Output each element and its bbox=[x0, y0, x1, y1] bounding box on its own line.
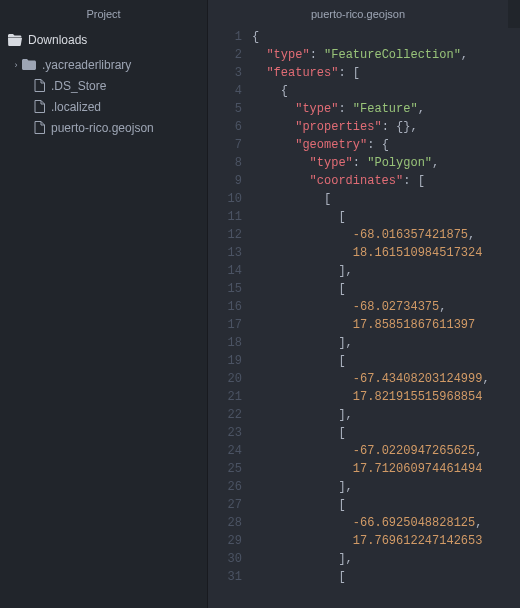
line-number: 2 bbox=[208, 46, 242, 64]
line-number: 1 bbox=[208, 28, 242, 46]
tab-bar: puerto-rico.geojson bbox=[208, 0, 520, 28]
editor-tab[interactable]: puerto-rico.geojson bbox=[208, 0, 508, 28]
line-number: 4 bbox=[208, 82, 242, 100]
code-content[interactable]: { "type": "FeatureCollection", "features… bbox=[252, 28, 520, 608]
line-number: 29 bbox=[208, 532, 242, 550]
project-root[interactable]: Downloads bbox=[0, 28, 207, 52]
code-line[interactable]: ], bbox=[252, 406, 520, 424]
code-line[interactable]: { bbox=[252, 28, 520, 46]
line-number: 5 bbox=[208, 100, 242, 118]
line-number: 6 bbox=[208, 118, 242, 136]
line-number: 7 bbox=[208, 136, 242, 154]
code-line[interactable]: ], bbox=[252, 334, 520, 352]
folder-open-icon bbox=[8, 34, 22, 46]
code-line[interactable]: 17.821915515968854 bbox=[252, 388, 520, 406]
tree-item-folder[interactable]: › .yacreaderlibrary bbox=[0, 54, 207, 75]
tree-item-file[interactable]: .DS_Store bbox=[0, 75, 207, 96]
line-number: 10 bbox=[208, 190, 242, 208]
line-number: 22 bbox=[208, 406, 242, 424]
line-number: 26 bbox=[208, 478, 242, 496]
code-line[interactable]: -66.6925048828125, bbox=[252, 514, 520, 532]
code-area[interactable]: 1234567891011121314151617181920212223242… bbox=[208, 28, 520, 608]
file-icon bbox=[34, 100, 45, 113]
code-line[interactable]: ], bbox=[252, 262, 520, 280]
folder-icon bbox=[22, 59, 36, 70]
line-number: 9 bbox=[208, 172, 242, 190]
tree-item-file[interactable]: puerto-rico.geojson bbox=[0, 117, 207, 138]
tree-item-file[interactable]: .localized bbox=[0, 96, 207, 117]
line-number: 11 bbox=[208, 208, 242, 226]
line-number: 3 bbox=[208, 64, 242, 82]
code-line[interactable]: "type": "Polygon", bbox=[252, 154, 520, 172]
file-icon bbox=[34, 79, 45, 92]
line-number: 24 bbox=[208, 442, 242, 460]
project-root-label: Downloads bbox=[28, 33, 87, 47]
code-line[interactable]: 17.85851867611397 bbox=[252, 316, 520, 334]
code-line[interactable]: "type": "Feature", bbox=[252, 100, 520, 118]
line-number: 23 bbox=[208, 424, 242, 442]
line-number: 28 bbox=[208, 514, 242, 532]
code-line[interactable]: 17.769612247142653 bbox=[252, 532, 520, 550]
line-number: 17 bbox=[208, 316, 242, 334]
file-tree: › .yacreaderlibrary .DS_Store .localized… bbox=[0, 52, 207, 138]
line-number: 31 bbox=[208, 568, 242, 586]
line-number: 19 bbox=[208, 352, 242, 370]
code-line[interactable]: [ bbox=[252, 496, 520, 514]
code-line[interactable]: "properties": {}, bbox=[252, 118, 520, 136]
code-line[interactable]: 17.712060974461494 bbox=[252, 460, 520, 478]
tab-scroll-stub bbox=[508, 0, 520, 28]
code-line[interactable]: 18.161510984517324 bbox=[252, 244, 520, 262]
code-line[interactable]: -67.0220947265625, bbox=[252, 442, 520, 460]
line-number: 12 bbox=[208, 226, 242, 244]
line-number: 21 bbox=[208, 388, 242, 406]
line-gutter: 1234567891011121314151617181920212223242… bbox=[208, 28, 252, 608]
code-line[interactable]: -68.016357421875, bbox=[252, 226, 520, 244]
line-number: 8 bbox=[208, 154, 242, 172]
line-number: 30 bbox=[208, 550, 242, 568]
code-line[interactable]: [ bbox=[252, 568, 520, 586]
code-line[interactable]: "features": [ bbox=[252, 64, 520, 82]
code-line[interactable]: -68.02734375, bbox=[252, 298, 520, 316]
tree-item-label: .DS_Store bbox=[51, 79, 106, 93]
editor-pane: puerto-rico.geojson 12345678910111213141… bbox=[208, 0, 520, 608]
code-line[interactable]: "type": "FeatureCollection", bbox=[252, 46, 520, 64]
code-line[interactable]: { bbox=[252, 82, 520, 100]
code-line[interactable]: [ bbox=[252, 424, 520, 442]
code-line[interactable]: [ bbox=[252, 208, 520, 226]
code-line[interactable]: "coordinates": [ bbox=[252, 172, 520, 190]
code-line[interactable]: "geometry": { bbox=[252, 136, 520, 154]
code-line[interactable]: ], bbox=[252, 478, 520, 496]
line-number: 25 bbox=[208, 460, 242, 478]
line-number: 15 bbox=[208, 280, 242, 298]
sidebar: Project Downloads › .yacreaderlibrary .D… bbox=[0, 0, 208, 608]
tree-item-label: .yacreaderlibrary bbox=[42, 58, 131, 72]
code-line[interactable]: [ bbox=[252, 352, 520, 370]
chevron-right-icon: › bbox=[10, 60, 22, 70]
line-number: 20 bbox=[208, 370, 242, 388]
line-number: 14 bbox=[208, 262, 242, 280]
code-line[interactable]: ], bbox=[252, 550, 520, 568]
code-line[interactable]: -67.43408203124999, bbox=[252, 370, 520, 388]
code-line[interactable]: [ bbox=[252, 280, 520, 298]
line-number: 16 bbox=[208, 298, 242, 316]
tree-item-label: .localized bbox=[51, 100, 101, 114]
line-number: 18 bbox=[208, 334, 242, 352]
file-icon bbox=[34, 121, 45, 134]
line-number: 27 bbox=[208, 496, 242, 514]
line-number: 13 bbox=[208, 244, 242, 262]
tree-item-label: puerto-rico.geojson bbox=[51, 121, 154, 135]
code-line[interactable]: [ bbox=[252, 190, 520, 208]
sidebar-header: Project bbox=[0, 0, 207, 28]
